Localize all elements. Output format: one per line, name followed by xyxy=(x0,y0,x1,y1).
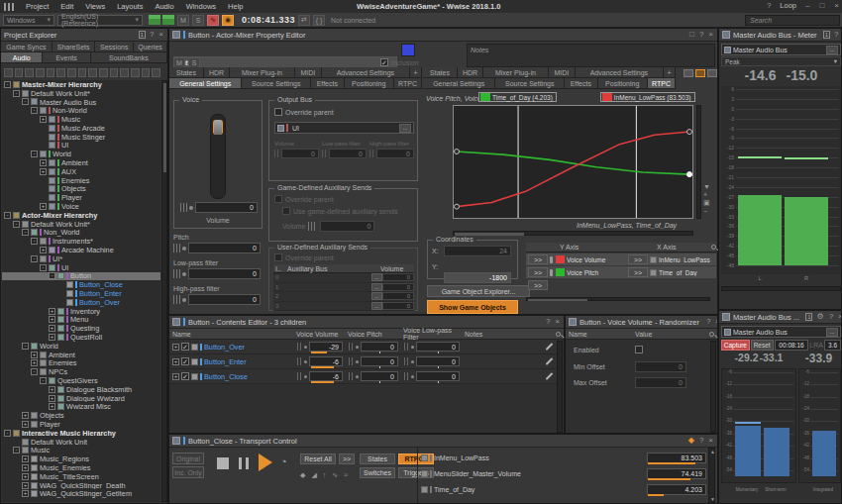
zoom-fit-icon[interactable]: ▣ xyxy=(703,199,710,207)
enabled-checkbox[interactable] xyxy=(635,346,643,353)
graph-hscrollbar[interactable] xyxy=(453,231,693,236)
min-offset-field[interactable]: 0 xyxy=(635,361,686,372)
slider-icon[interactable] xyxy=(173,269,181,278)
loop-label[interactable]: Loop xyxy=(780,1,796,10)
tab-hdr[interactable]: HDR xyxy=(204,67,230,77)
meter-hscroll[interactable] xyxy=(721,286,841,291)
value-field[interactable]: 0 xyxy=(416,356,460,366)
capture-button[interactable]: Capture xyxy=(721,340,750,351)
reset-button[interactable]: Reset xyxy=(751,340,774,351)
assign-button[interactable]: >> xyxy=(528,267,548,277)
slider-icon[interactable] xyxy=(173,244,181,252)
toolbar-icon[interactable] xyxy=(131,68,140,77)
toolbar-icon[interactable] xyxy=(120,68,129,77)
value-field[interactable]: -6 xyxy=(309,371,343,381)
braces-icon[interactable]: { } xyxy=(313,15,325,26)
toolbar-icon[interactable] xyxy=(99,68,108,77)
menu-views[interactable]: Views xyxy=(79,2,111,11)
output-bus-field[interactable]: UI ... xyxy=(274,122,414,134)
menu-project[interactable]: Project xyxy=(20,2,54,11)
remote-connect-icon[interactable]: ⇄ xyxy=(298,15,310,26)
tree-expander[interactable]: + xyxy=(22,490,29,497)
tab--[interactable]: + xyxy=(664,67,676,77)
tree-expander[interactable]: - xyxy=(40,377,47,384)
tree-row[interactable]: +Dialogue Blacksmith xyxy=(2,385,160,394)
tab--[interactable]: + xyxy=(410,67,422,77)
tree-row[interactable]: -World xyxy=(2,150,160,158)
close-icon[interactable]: × xyxy=(707,31,714,39)
tree-row[interactable]: Objects xyxy=(2,185,160,194)
rtpc-slider-bar[interactable] xyxy=(648,494,664,496)
inclusion-checkbox[interactable]: ✓ xyxy=(380,58,388,66)
platform-selector[interactable]: Windows▾ xyxy=(3,15,54,26)
rtpc-value-field[interactable]: 83.503 xyxy=(647,453,706,463)
close-icon[interactable]: × xyxy=(158,31,164,39)
tree-row[interactable]: Music Stinger xyxy=(2,133,160,142)
scroll-up-icon[interactable]: ▲ xyxy=(710,449,715,454)
object-color-swatch[interactable] xyxy=(401,44,415,56)
tree-expander[interactable]: + xyxy=(31,359,38,366)
filter-states[interactable]: States xyxy=(360,454,395,464)
toolbar-icon[interactable] xyxy=(88,68,97,77)
search-icon[interactable] xyxy=(709,332,714,337)
tab-sessions[interactable]: Sessions xyxy=(95,42,134,51)
value-field[interactable]: -6 xyxy=(309,356,343,366)
transport-scrollbar[interactable]: ▲ ▼ xyxy=(708,448,715,503)
gdas-volume-field[interactable]: 0 xyxy=(320,221,374,232)
curve-row[interactable]: >>Voice Volume>>InMenu_LowPass xyxy=(526,253,716,265)
tree-row[interactable]: -Interactive Music Hierarchy xyxy=(2,429,160,438)
tree-expander[interactable]: + xyxy=(22,464,29,471)
help-icon[interactable]: ? xyxy=(698,31,704,39)
tree-expander[interactable]: - xyxy=(31,107,38,114)
row-expander[interactable]: + xyxy=(172,358,179,365)
toolbar-icon[interactable] xyxy=(67,68,76,77)
tree-expander[interactable]: + xyxy=(49,308,55,315)
gdas-override-checkbox[interactable] xyxy=(274,195,282,203)
tree-row[interactable]: Button_Over xyxy=(2,298,160,307)
aux-browse-button[interactable]: ... xyxy=(371,302,382,310)
tab-queries[interactable]: Queries xyxy=(134,42,167,51)
menu-windows[interactable]: Windows xyxy=(180,2,222,11)
value-field[interactable]: 0 xyxy=(376,149,414,158)
tree-row[interactable]: +Player xyxy=(2,420,160,429)
tree-row[interactable]: -Default Work Unit* xyxy=(2,220,160,229)
filter-switches[interactable]: Switches xyxy=(360,467,395,478)
tree-row[interactable]: -Non-World xyxy=(2,106,160,115)
close-icon[interactable]: × xyxy=(714,318,717,326)
pitch-field[interactable]: 0 xyxy=(188,243,261,253)
search-icon[interactable] xyxy=(556,332,561,337)
tab-source-settings[interactable]: Source Settings xyxy=(242,78,311,88)
edit-icon[interactable] xyxy=(546,357,554,365)
tree-expander[interactable]: - xyxy=(22,229,29,236)
tree-expander[interactable]: + xyxy=(31,352,38,358)
minimize-button[interactable]: – xyxy=(804,2,810,10)
tree-row[interactable]: Player xyxy=(2,193,160,202)
tab-midi[interactable]: MIDI xyxy=(295,67,322,77)
bus-browse-button[interactable]: ... xyxy=(826,46,838,54)
tree-row[interactable]: +Ambient xyxy=(2,158,160,167)
tab-hdr[interactable]: HDR xyxy=(458,67,483,77)
tab-effects[interactable]: Effects xyxy=(565,78,597,88)
tree-row[interactable]: +Ambient xyxy=(2,351,160,359)
tree-row[interactable]: +QuestRoll xyxy=(2,333,160,342)
tree-expander[interactable]: + xyxy=(49,386,55,393)
filter-icon[interactable]: ≈ xyxy=(344,471,348,479)
tree-expander[interactable]: - xyxy=(13,90,20,97)
dock-icon[interactable]: □ xyxy=(688,31,695,39)
toolbar-icon[interactable] xyxy=(56,68,65,77)
menu-audio[interactable]: Audio xyxy=(149,2,179,11)
tree-expander[interactable]: - xyxy=(4,430,11,437)
assign-button[interactable]: >> xyxy=(528,254,548,264)
tree-row[interactable]: -QuestGivers xyxy=(2,376,160,385)
pause-button[interactable] xyxy=(239,457,249,469)
tree-row[interactable]: UI xyxy=(2,142,160,151)
tab-source-settings[interactable]: Source Settings xyxy=(495,78,565,88)
tab-effects[interactable]: Effects xyxy=(311,78,344,88)
value-field[interactable]: 0 xyxy=(416,371,460,381)
toolbar-icon[interactable] xyxy=(15,68,24,77)
legend-chip[interactable]: InMenu_LowPass (83.503) xyxy=(600,92,695,102)
aux-volume-field[interactable]: 0 xyxy=(382,283,414,291)
gdas-override-row[interactable]: Override parent xyxy=(274,195,334,203)
tree-expander[interactable]: - xyxy=(31,368,38,375)
tree-expander[interactable]: - xyxy=(13,221,20,228)
